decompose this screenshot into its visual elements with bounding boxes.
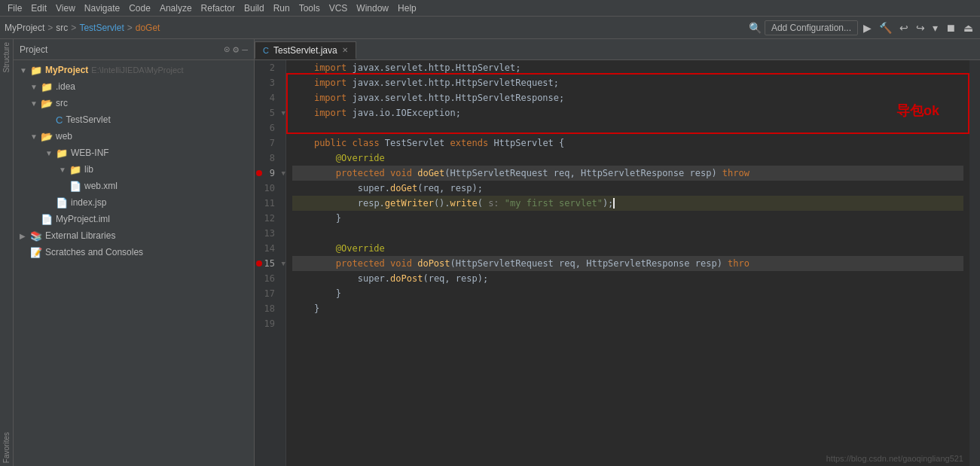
tree-arrow-webxml — [59, 182, 69, 190]
code-line-14: @Override — [292, 241, 963, 256]
tree-item-iml[interactable]: 📄 MyProject.iml — [14, 211, 254, 227]
ln-10: 10 — [255, 181, 279, 196]
menu-code[interactable]: Code — [124, 3, 155, 14]
panel-minimize-icon[interactable]: — — [242, 44, 248, 55]
menu-analyze[interactable]: Analyze — [155, 3, 197, 14]
favorites-panel-label[interactable]: Favorites — [2, 429, 11, 466]
panel-icons: ⊙ ⚙ — — [224, 44, 248, 55]
dropdown-icon[interactable]: ▾ — [930, 20, 940, 35]
lib-label: lib — [84, 164, 93, 175]
tree-item-lib[interactable]: ▼ 📁 lib — [14, 161, 254, 178]
code-editor[interactable]: 2 3 4 5 ▼ 6 7 8 9 ▼ 10 11 12 13 1 — [255, 60, 980, 466]
tree-item-web[interactable]: ▼ 📂 web — [14, 128, 254, 145]
ln-17: 17 — [255, 286, 279, 301]
breadcrumb-src[interactable]: src — [56, 23, 68, 33]
ln-2: 2 — [255, 60, 279, 75]
ln-3: 3 — [255, 75, 279, 90]
fold-arrow-9[interactable]: ▼ — [282, 166, 285, 181]
tree-arrow-webinf: ▼ — [45, 149, 56, 157]
breadcrumb-class[interactable]: TestServlet — [79, 23, 124, 33]
menu-tools[interactable]: Tools — [295, 3, 325, 14]
breakpoint-9[interactable] — [256, 170, 262, 176]
java-class-icon: C — [56, 114, 63, 126]
scratches-label: Scratches and Consoles — [45, 247, 143, 257]
menu-build[interactable]: Build — [240, 3, 269, 14]
tab-close-button[interactable]: ✕ — [342, 46, 348, 54]
toolbar-right: 🔍 Add Configuration... ▶ 🔨 ↩ ↪ ▾ ⏹ ⏏ — [749, 20, 975, 35]
menu-navigate[interactable]: Navigate — [80, 3, 124, 14]
panel-settings-icon[interactable]: ⚙ — [233, 44, 239, 55]
code-line-11: resp.getWriter().write( s: "my first ser… — [292, 196, 963, 211]
tree-arrow-testservlet — [45, 116, 56, 124]
code-line-16: super.doPost(req, resp); — [292, 271, 963, 286]
tree-item-webinf[interactable]: ▼ 📁 WEB-INF — [14, 145, 254, 161]
stop-button[interactable]: ⏹ — [943, 20, 958, 35]
ln-12: 12 — [255, 211, 279, 226]
tree-item-webxml[interactable]: 📄 web.xml — [14, 178, 254, 194]
editor-area: C TestServlet.java ✕ 2 3 4 5 ▼ 6 7 8 — [255, 39, 980, 466]
project-folder-icon: 📁 — [30, 65, 42, 76]
menu-view[interactable]: View — [51, 3, 80, 14]
menu-refactor[interactable]: Refactor — [197, 3, 240, 14]
revert-button[interactable]: ↩ — [897, 20, 911, 35]
ln-19: 19 — [255, 316, 279, 331]
tree-item-scratches[interactable]: 📝 Scratches and Consoles — [14, 244, 254, 260]
menu-window[interactable]: Window — [352, 3, 393, 14]
run-button[interactable]: ▶ — [861, 20, 874, 35]
fold-arrow-15[interactable]: ▼ — [282, 256, 285, 271]
menu-run[interactable]: Run — [269, 3, 295, 14]
tree-arrow-scratches — [20, 248, 30, 257]
tree-arrow-src: ▼ — [30, 99, 41, 108]
breakpoint-15[interactable] — [256, 260, 262, 267]
tree-arrow-myproject: ▼ — [20, 66, 30, 75]
project-panel-title: Project — [20, 44, 47, 55]
tree-item-extlibs[interactable]: ▶ 📚 External Libraries — [14, 227, 254, 244]
idea-label: .idea — [56, 81, 75, 92]
add-configuration-button[interactable]: Add Configuration... — [765, 20, 858, 35]
layout-button[interactable]: ⏏ — [961, 20, 975, 35]
code-line-7: public class TestServlet extends HttpSer… — [292, 136, 963, 151]
menu-vcs[interactable]: VCS — [325, 3, 353, 14]
menu-edit[interactable]: Edit — [26, 3, 51, 14]
menu-help[interactable]: Help — [393, 3, 421, 14]
ln-15: 15 ▼ — [255, 256, 279, 271]
tree-item-src[interactable]: ▼ 📂 src — [14, 95, 254, 111]
code-line-17: } — [292, 286, 963, 301]
tree-arrow-indexjsp — [45, 199, 56, 207]
fold-arrow-5[interactable]: ▼ — [282, 105, 285, 120]
breadcrumb-sep3: > — [127, 23, 133, 33]
menu-bar: File Edit View Navigate Code Analyze Ref… — [0, 0, 980, 17]
menu-file[interactable]: File — [3, 3, 26, 14]
tree-arrow-web: ▼ — [30, 132, 41, 141]
ln-7: 7 — [255, 136, 279, 151]
code-line-2: import javax.servlet.http.HttpServlet; — [292, 60, 963, 75]
right-gutter — [969, 60, 980, 466]
tree-item-myproject[interactable]: ▼ 📁 MyProject E:\IntelliJIEDA\MyProject — [14, 62, 254, 78]
web-folder-icon: 📂 — [41, 131, 53, 142]
code-line-12: } — [292, 211, 963, 226]
search-everywhere-icon[interactable]: 🔍 — [749, 22, 762, 34]
structure-panel-label[interactable]: Structure — [2, 39, 11, 76]
code-line-3: import javax.servlet.http.HttpServletReq… — [292, 75, 963, 90]
tree-item-idea[interactable]: ▼ 📁 .idea — [14, 78, 254, 95]
src-folder-icon: 📂 — [41, 98, 53, 109]
code-line-10: super.doGet(req, resp); — [292, 181, 963, 196]
code-content[interactable]: 导包ok import javax.servlet.http.HttpServl… — [286, 60, 969, 466]
ln-9: 9 ▼ — [255, 166, 279, 181]
breadcrumb-method[interactable]: doGet — [136, 23, 160, 33]
breadcrumb-project[interactable]: MyProject — [5, 23, 44, 33]
code-line-13 — [292, 226, 963, 241]
build-button[interactable]: 🔨 — [877, 20, 894, 35]
tree-item-testservlet[interactable]: C TestServlet — [14, 111, 254, 128]
tree-arrow-idea: ▼ — [30, 83, 41, 91]
import-ok-annotation: 导包ok — [896, 102, 939, 120]
editor-tab-testservlet[interactable]: C TestServlet.java ✕ — [255, 41, 356, 59]
extlibs-label: External Libraries — [45, 230, 115, 241]
tree-arrow-lib: ▼ — [59, 166, 69, 174]
tree-item-indexjsp[interactable]: 📄 index.jsp — [14, 194, 254, 211]
code-line-5: import java.io.IOException; — [292, 105, 963, 120]
code-line-4: import javax.servlet.http.HttpServletRes… — [292, 90, 963, 105]
ln-8: 8 — [255, 151, 279, 166]
forward-button[interactable]: ↪ — [914, 20, 927, 35]
panel-sync-icon[interactable]: ⊙ — [224, 44, 230, 55]
